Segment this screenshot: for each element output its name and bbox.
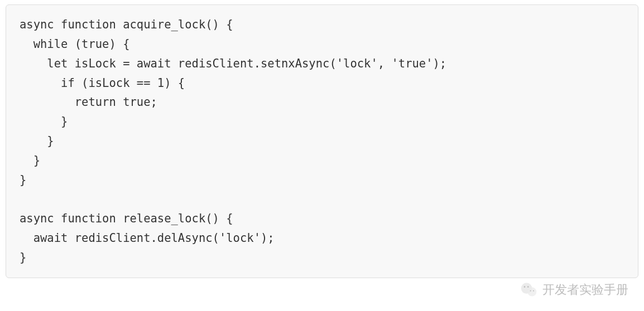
svg-point-5 [533,290,534,291]
code-line: async function acquire_lock() { [20,18,233,31]
code-line: return true; [20,95,157,109]
svg-point-4 [530,290,531,291]
code-block: async function acquire_lock() { while (t… [6,4,638,278]
code-line: } [20,173,26,187]
svg-point-2 [524,286,526,288]
svg-point-1 [527,288,536,297]
svg-point-3 [527,286,529,288]
code-line: } [20,134,54,148]
code-line: } [20,251,26,264]
code-line: } [20,154,40,167]
code-line: let isLock = await redisClient.setnxAsyn… [20,57,446,70]
code-line: while (true) { [20,37,129,51]
code-line: await redisClient.delAsync('lock'); [20,231,275,245]
code-line: } [20,115,68,128]
watermark-text: 开发者实验手册 [542,281,628,298]
watermark: 开发者实验手册 [520,281,628,299]
wechat-icon [520,281,538,299]
code-line: async function release_lock() { [20,212,233,225]
code-line: if (isLock == 1) { [20,76,185,90]
